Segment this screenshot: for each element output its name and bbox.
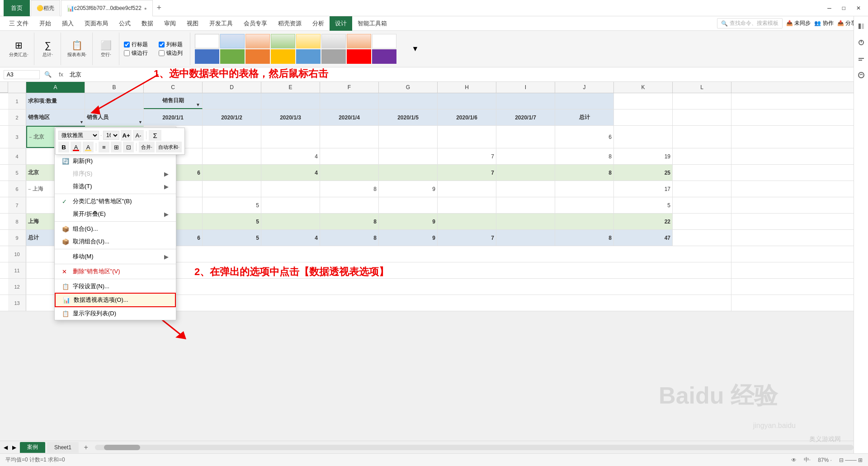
cell-D3[interactable] [203, 126, 261, 148]
checkbox-row-title-input[interactable] [124, 42, 130, 48]
cell-K2[interactable] [614, 109, 673, 125]
menu-item-field-settings[interactable]: 📋 字段设置(N)... [55, 280, 176, 293]
collab-btn[interactable]: 👥 协作 [814, 19, 833, 27]
cell-J1[interactable] [555, 93, 614, 109]
ribbon-tab-daoke[interactable]: 稻壳资源 [273, 16, 307, 31]
bold-btn[interactable]: B [58, 142, 69, 152]
menu-item-pivot-options[interactable]: 📊 数据透视表选项(O)... [55, 293, 176, 307]
cell-K9[interactable]: 47 [614, 230, 673, 246]
cell-F9[interactable]: 8 [320, 230, 379, 246]
style-yellow-dark[interactable] [271, 49, 295, 64]
cell-G4[interactable] [379, 148, 438, 164]
cell-F3[interactable] [320, 126, 379, 148]
sheet-nav-next[interactable]: ▶ [10, 444, 18, 451]
cell-D2[interactable]: 2020/1/2 [203, 109, 261, 125]
cell-D8[interactable]: 5 [203, 214, 261, 229]
menu-item-show-field-list[interactable]: 📋 显示字段列表(D) [55, 307, 176, 320]
cell-L8[interactable] [673, 214, 731, 229]
tab-daoke[interactable]: 🟡 稻壳 [31, 0, 60, 16]
sum-btn[interactable]: Σ [149, 130, 161, 141]
cell-K3[interactable] [614, 126, 673, 148]
cell-H6[interactable] [438, 181, 496, 197]
font-size-selector[interactable]: 16 [103, 131, 119, 140]
style-orange2[interactable] [347, 34, 371, 48]
cell-G1[interactable] [379, 93, 438, 109]
col-header-A[interactable]: A [26, 82, 85, 93]
cell-J8[interactable] [555, 214, 614, 229]
checkbox-banded-row-input[interactable] [124, 50, 130, 56]
cell-D5[interactable] [203, 165, 261, 181]
cell-C1[interactable]: 销售日期 ▼ [144, 93, 203, 109]
menu-item-ungroup[interactable]: 📦 取消组合(U)... [55, 235, 176, 248]
sheet-tab-sheet1[interactable]: Sheet1 [47, 442, 79, 453]
total-btn[interactable]: ∑ 总计· [39, 38, 57, 60]
close-button[interactable]: ✕ [853, 5, 864, 11]
cell-L4[interactable] [673, 148, 731, 164]
cell-H5[interactable]: 7 [438, 165, 496, 181]
cell-G3[interactable] [379, 126, 438, 148]
side-icon-4[interactable] [855, 69, 868, 81]
style-orange-light[interactable] [245, 34, 270, 48]
tab-home[interactable]: 首页 [4, 0, 30, 16]
style-yellow-light[interactable] [296, 34, 321, 48]
ribbon-menu-file[interactable]: 三 文件 [4, 16, 34, 31]
cell-J2[interactable]: 总计 [555, 109, 614, 125]
cell-H9[interactable]: 7 [438, 230, 496, 246]
cell-I4[interactable] [496, 148, 555, 164]
col-header-L[interactable]: L [673, 82, 731, 93]
sheet-tab-case[interactable]: 案例 [20, 442, 45, 453]
cell-L6[interactable] [673, 181, 731, 197]
cell-L2[interactable] [673, 109, 731, 125]
font-color-btn[interactable]: A [71, 142, 81, 152]
cell-I1[interactable] [496, 93, 555, 109]
cell-E5[interactable]: 4 [261, 165, 320, 181]
menu-item-group[interactable]: 📦 组合(G)... [55, 223, 176, 235]
cell-L3[interactable] [673, 126, 731, 148]
cell-G8[interactable]: 9 [379, 214, 438, 229]
col-header-F[interactable]: F [320, 82, 379, 93]
ribbon-tab-review[interactable]: 审阅 [159, 16, 181, 31]
scroll-thumb[interactable] [104, 445, 140, 450]
minimize-button[interactable]: ─ [824, 5, 835, 11]
menu-item-move[interactable]: 移动(M) ▶ [55, 250, 176, 263]
cell-J7[interactable] [555, 197, 614, 213]
cell-I2[interactable]: 2020/1/7 [496, 109, 555, 125]
checkbox-col-title-input[interactable] [159, 42, 165, 48]
menu-item-expand[interactable]: 展开/折叠(E) ▶ [55, 208, 176, 220]
cell-H4[interactable]: 7 [438, 148, 496, 164]
col-header-B[interactable]: B [85, 82, 144, 93]
cell-L1[interactable] [673, 93, 731, 109]
highlight-btn[interactable]: A [83, 142, 94, 152]
cell-F1[interactable] [320, 93, 379, 109]
font-selector[interactable]: 微软雅黑 [58, 131, 99, 140]
style-purple-dark[interactable] [372, 49, 396, 64]
sheet-tab-add[interactable]: + [80, 442, 91, 453]
ribbon-tab-formula[interactable]: 公式 [113, 16, 136, 31]
col-header-K[interactable]: K [614, 82, 673, 93]
cell-K6[interactable]: 17 [614, 181, 673, 197]
cell-G5[interactable] [379, 165, 438, 181]
style-blue-dark[interactable] [195, 49, 219, 64]
font-increase-btn[interactable]: A+ [121, 130, 132, 141]
formula-search-icon[interactable]: 🔍 [42, 71, 54, 78]
cell-A2[interactable]: 销售地区 ▼ [26, 109, 85, 125]
cell-F5[interactable] [320, 165, 379, 181]
cell-G2[interactable]: 2020/1/5 [379, 109, 438, 125]
style-green-dark[interactable] [220, 49, 245, 64]
checkbox-col-title[interactable]: 列标题 [159, 41, 183, 48]
menu-item-subtotal[interactable]: ✓ 分类汇总"销售地区"(B) [55, 195, 176, 208]
col-header-H[interactable]: H [438, 82, 496, 93]
merge-btn[interactable]: 合并· [139, 142, 155, 152]
border-btn[interactable]: ⊞ [111, 142, 122, 152]
cell-L9[interactable] [673, 230, 731, 246]
col-header-G[interactable]: G [379, 82, 438, 93]
style-blank2[interactable] [372, 34, 396, 48]
checkbox-banded-row[interactable]: 镶边行 [124, 49, 148, 57]
cell-J4[interactable]: 8 [555, 148, 614, 164]
style-none[interactable] [195, 34, 219, 48]
name-box[interactable] [4, 70, 40, 79]
cell-J3[interactable]: 6 [555, 126, 614, 148]
cell-E1[interactable] [261, 93, 320, 109]
classify-btn[interactable]: ⊞ 分类汇总· [7, 38, 30, 60]
ribbon-tab-analyze[interactable]: 分析 [307, 16, 330, 31]
